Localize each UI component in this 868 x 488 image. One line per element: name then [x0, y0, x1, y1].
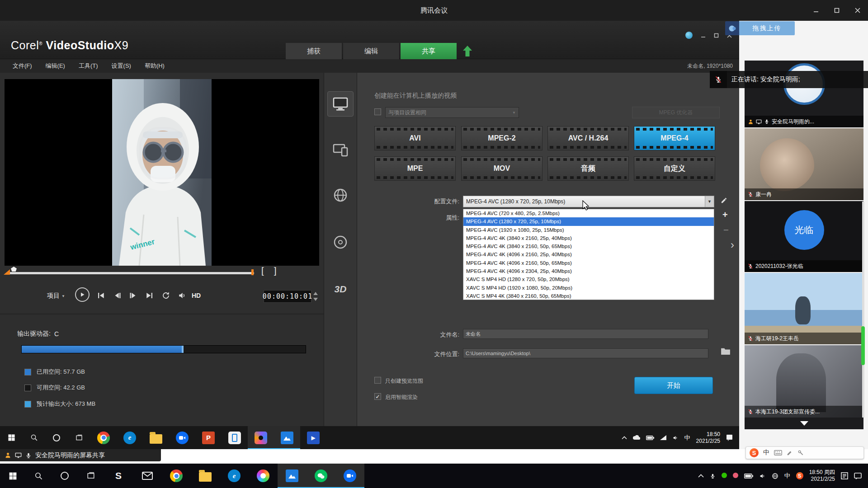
- network-icon[interactable]: [772, 473, 778, 479]
- clock[interactable]: 18:50 周四 2021/2/25: [809, 469, 835, 483]
- panel-expand-icon[interactable]: ›: [731, 239, 734, 251]
- wrench-icon[interactable]: [797, 450, 804, 456]
- mic-icon[interactable]: [710, 473, 716, 479]
- tray-expand-icon[interactable]: [698, 474, 704, 478]
- edit-profile-icon[interactable]: [721, 197, 727, 204]
- menu-tools[interactable]: 工具(T): [79, 62, 98, 70]
- step-back-icon[interactable]: [113, 292, 121, 299]
- keyboard-icon[interactable]: [774, 450, 782, 455]
- profile-option-selected[interactable]: MPEG-4 AVC (1280 x 720, 25p, 10Mbps): [463, 217, 714, 225]
- start-icon[interactable]: [0, 464, 25, 488]
- photos-icon[interactable]: [274, 426, 300, 449]
- format-custom[interactable]: 自定义: [634, 156, 715, 181]
- corel-help-icon[interactable]: [685, 32, 693, 39]
- edge-icon[interactable]: e: [220, 464, 249, 488]
- web-output-icon[interactable]: [327, 183, 354, 208]
- photos-icon[interactable]: [278, 464, 307, 488]
- powerpoint-icon[interactable]: P: [195, 426, 222, 449]
- action-center-icon[interactable]: [726, 434, 733, 441]
- scrollbar-track[interactable]: [862, 202, 864, 418]
- scrollbar-thumb[interactable]: [861, 326, 865, 365]
- chrome-icon[interactable]: [162, 464, 191, 488]
- skip-end-icon[interactable]: [146, 292, 154, 299]
- mail-icon[interactable]: [133, 464, 162, 488]
- menu-help[interactable]: 帮助(H): [145, 62, 165, 70]
- edge-icon[interactable]: e: [117, 426, 143, 449]
- tab-share[interactable]: 共享: [401, 43, 457, 59]
- same-as-project-dropdown[interactable]: 与项目设置相同 ▼: [385, 107, 519, 118]
- browse-folder-icon[interactable]: [721, 347, 731, 355]
- mark-out-icon[interactable]: ]: [274, 266, 277, 276]
- format-mpeg2[interactable]: MPEG-2: [461, 126, 542, 150]
- filepath-input[interactable]: C:\Users\mamingyu\Desktop\: [463, 348, 708, 358]
- battery-icon[interactable]: [744, 474, 753, 479]
- ime-lang-indicator[interactable]: 中: [763, 449, 769, 457]
- chevron-down-icon[interactable]: ▼: [705, 196, 714, 207]
- repeat-icon[interactable]: [162, 291, 170, 300]
- file-explorer-icon[interactable]: [143, 426, 169, 449]
- sogou-tray-icon[interactable]: S: [796, 472, 803, 479]
- ime-indicator[interactable]: 中: [784, 472, 790, 480]
- preview-range-checkbox[interactable]: [374, 377, 381, 384]
- filename-input[interactable]: 未命名: [463, 329, 708, 339]
- add-profile-icon[interactable]: +: [722, 210, 728, 220]
- wechat-icon[interactable]: [307, 464, 335, 488]
- remove-profile-icon[interactable]: −: [723, 225, 729, 235]
- playback-scope[interactable]: 项目 ▼: [47, 292, 65, 300]
- profile-option[interactable]: MPEG-4 AVC 4K (3840 x 2160, 25p, 40Mbps): [463, 234, 714, 242]
- volume-icon[interactable]: [178, 291, 186, 300]
- notes-icon[interactable]: [841, 472, 848, 479]
- menu-settings[interactable]: 设置(S): [112, 62, 131, 70]
- chrome-icon[interactable]: [90, 426, 117, 449]
- sogou-ime-bar[interactable]: S 中: [745, 446, 864, 459]
- participant-tile[interactable]: 本海工19-3团支部宣传委...: [745, 345, 863, 418]
- mark-in-icon[interactable]: [: [261, 266, 264, 276]
- hd-badge[interactable]: HD: [192, 292, 201, 299]
- videostudio-taskbar-icon[interactable]: [248, 426, 274, 449]
- volume-icon[interactable]: [672, 435, 679, 441]
- pen-icon[interactable]: [787, 450, 793, 456]
- file-explorer-icon[interactable]: [191, 464, 220, 488]
- format-mov[interactable]: MOV: [461, 156, 542, 181]
- camera-app-icon[interactable]: [249, 464, 278, 488]
- start-button[interactable]: 开始: [634, 377, 713, 394]
- app-restore-icon[interactable]: [714, 33, 719, 38]
- network-icon[interactable]: [660, 435, 666, 440]
- profile-option[interactable]: MPEG-4 AVC (1920 x 1080, 25p, 15Mbps): [463, 226, 714, 234]
- format-audio[interactable]: 音频: [547, 156, 629, 181]
- cortana-icon[interactable]: [45, 426, 68, 449]
- same-as-project-checkbox[interactable]: [374, 108, 381, 115]
- collapse-panel-button[interactable]: [745, 418, 863, 429]
- tab-capture[interactable]: 捕获: [286, 43, 342, 59]
- volume-icon[interactable]: [759, 473, 766, 479]
- cortana-icon[interactable]: [52, 464, 78, 488]
- drag-upload-button[interactable]: 拖拽上传: [725, 21, 795, 35]
- films-tv-icon[interactable]: ▶: [300, 426, 326, 449]
- format-avi[interactable]: AVI: [374, 126, 456, 150]
- start-icon[interactable]: [0, 426, 23, 449]
- timecode-down-icon[interactable]: [313, 298, 318, 301]
- profile-option[interactable]: MPEG-4 AVC 4K (4096 x 2160, 50p, 65Mbps): [463, 259, 714, 267]
- search-icon[interactable]: [23, 426, 45, 449]
- participant-tile[interactable]: 光临 2020211032-张光临: [745, 201, 863, 272]
- profile-option[interactable]: MPEG-4 AVC 4K (3840 x 2160, 50p, 65Mbps): [463, 242, 714, 250]
- search-icon[interactable]: [25, 464, 52, 488]
- profile-option[interactable]: MPEG-4 AVC 4K (4096 x 2304, 25p, 40Mbps): [463, 267, 714, 275]
- sogou-icon[interactable]: S: [104, 464, 133, 488]
- maximize-icon[interactable]: [826, 0, 847, 21]
- play-button[interactable]: [75, 287, 90, 302]
- seek-track[interactable]: [7, 272, 254, 274]
- app-tray-icon[interactable]: [733, 472, 738, 480]
- menu-file[interactable]: 文件(F): [13, 62, 32, 70]
- trim-end-handle[interactable]: [251, 269, 254, 275]
- clock[interactable]: 18:50 2021/2/25: [696, 431, 720, 445]
- battery-icon[interactable]: [646, 436, 654, 440]
- format-avc-h264[interactable]: AVC / H.264: [547, 126, 629, 150]
- wechat-tray-icon[interactable]: [722, 472, 727, 480]
- disc-output-icon[interactable]: [327, 230, 354, 255]
- timecode-up-icon[interactable]: [313, 292, 318, 295]
- format-mpe[interactable]: MPE: [374, 156, 456, 181]
- computer-output-icon[interactable]: [327, 91, 354, 117]
- tab-edit[interactable]: 编辑: [343, 43, 399, 59]
- tray-expand-icon[interactable]: [622, 436, 627, 440]
